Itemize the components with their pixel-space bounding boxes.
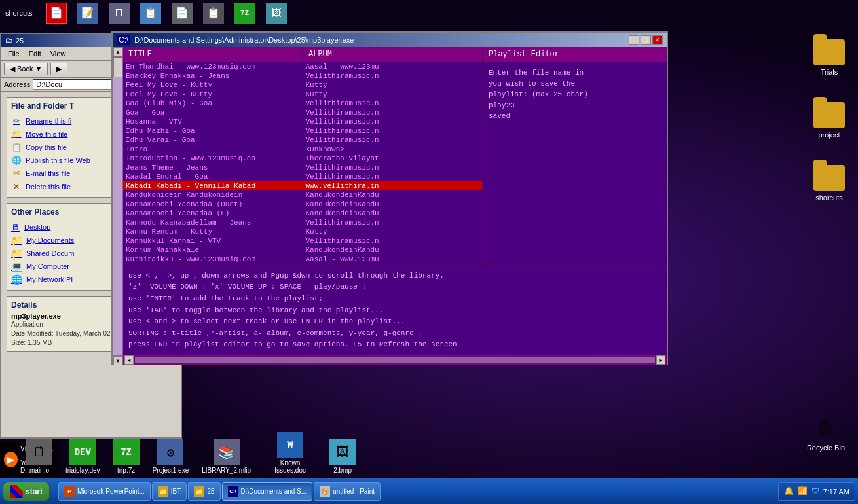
taskbar-divider-1 [54,482,54,501]
taskbar-item-25[interactable]: 📁 25 [188,482,220,501]
paint-icon: 🎨 [320,486,330,497]
explorer-title: 25 [16,37,24,45]
cmd-icon: C:\ [117,35,130,45]
top-icon-file3[interactable]: 📄 [172,3,193,24]
col-playlist-header: Playlist Editor [483,47,667,62]
track-row[interactable]: Jeans Theme - Jeans Vellithiramusic.n [123,163,482,172]
bottom-icon-trip[interactable]: 7Z trip.7z [113,439,140,474]
desktop-label: Desktop [24,223,50,231]
mp3-header: TITLE ALBUM Playlist Editor [123,47,667,62]
track-row[interactable]: Enakkey Ennakkaa - Jeans Vellithiramusic… [123,71,482,81]
top-icon-text[interactable]: 🗒 [109,3,130,24]
bottom-icon-known-issues[interactable]: W Known Issues.doc [264,432,316,474]
system-tray: 🔔 📶 🛡 7:17 AM [778,482,855,501]
mp3-scrollbar[interactable]: ▲ ▼ [113,47,123,365]
bottom-icon-bmp[interactable]: 🖼 2.bmp [329,439,356,474]
trials-folder-icon [813,39,845,65]
top-icon-image[interactable]: 🖼 [266,3,287,24]
mp3-body: En Thandhai - www.123musiq.com Aasal - w… [123,62,667,265]
desktop-folder-shorcuts[interactable]: shorcuts [813,165,845,202]
address-label: Address [4,81,30,88]
instruction-3: use 'ENTER' to add the track to the play… [128,293,662,305]
tray-icon-security[interactable]: 🛡 [811,486,819,496]
track-row[interactable]: En Thandhai - www.123musiq.com Aasal - w… [123,62,482,71]
taskbar-item-paint[interactable]: 🎨 untitled - Paint [314,482,381,501]
track-row[interactable]: Goa - Goa Vellithiramusic.n [123,108,482,117]
instruction-4: use 'TAB' to toggle between the library … [128,305,662,317]
mp3player-titlebar: C:\ D:\Documents and Settings\Administra… [113,33,667,47]
folder-icon-ibt: 📁 [158,486,168,497]
mp3player-maximize-btn[interactable]: □ [641,35,651,45]
desktop-icon: 🖥 [11,222,20,232]
track-row[interactable]: Konjum Mainakkale KandukondeinKandu [123,245,482,255]
track-row[interactable]: Hosanna - VTV Vellithiramusic.n [123,117,482,126]
known-issues-label: Known Issues.doc [264,459,316,474]
menu-edit[interactable]: Edit [25,48,45,59]
track-row[interactable]: Feel My Love - Kutty Kutty [123,90,482,99]
mp3player-title: D:\Documents and Settings\Administrator\… [134,36,354,44]
start-button[interactable]: start [3,482,50,501]
bottom-icons-bar: 🗒 main.o DEV trialplay.dev 7Z trip.7z ⚙ … [0,429,858,477]
publish-icon: 🌐 [11,155,22,166]
top-icon-doc[interactable]: 📝 [77,3,98,24]
track-row[interactable]: Idhu Varai - Goa Vellithiramusic.n [123,135,482,145]
trialplay-label: trialplay.dev [65,467,100,474]
top-icon-acrobat[interactable]: 📄 [46,3,67,24]
instruction-1: use <-, ->, up , down arrows and Pgup &d… [128,270,662,282]
menu-view[interactable]: View [47,48,70,59]
scrollbar-thumb[interactable] [113,58,122,77]
track-row[interactable]: Kannamoochi Yaenadaa (Duet) Kandukondein… [123,200,482,209]
track-row[interactable]: Introduction - www.123musiq.co Theeratha… [123,154,482,163]
top-icon-file4[interactable]: 📋 [203,3,224,24]
taskbar-item-powerpoint[interactable]: P Microsoft PowerPoint... [58,482,151,501]
bottom-icon-main[interactable]: 🗒 main.o [26,439,52,474]
bottom-icon-trialplay[interactable]: DEV trialplay.dev [65,439,100,474]
track-row[interactable]: Idhu Mazhi - Goa Vellithiramusic.n [123,126,482,135]
track-row[interactable]: Kannodu Kaanabadellam - Jeans Vellithira… [123,218,482,227]
forward-button[interactable]: ▶ [50,63,67,75]
taskbar-item-ibt[interactable]: 📁 IBT [152,482,187,501]
desktop-folder-trials[interactable]: Trials [813,39,845,76]
instruction-7: press END in playlist editor to go to sa… [128,339,662,351]
track-row-highlighted[interactable]: Kabadi Kabadi - Vennilla Kabad www.velli… [123,181,482,190]
taskbar-item-cmd[interactable]: C:\ D:\Documents and S... [222,482,313,501]
horizontal-scrollbar[interactable]: ◀ ▶ [123,355,667,365]
back-button[interactable]: ◀ Back ▼ [4,63,48,75]
track-row[interactable]: Feel My Love - Kutty Kutty [123,81,482,90]
top-icon-7z[interactable]: 7Z [234,3,255,24]
track-row[interactable]: Kuthiraikku - www.123musiq.com Aasal - w… [123,255,482,264]
track-row[interactable]: Goa (Club Mix) - Goa Vellithiramusic.n [123,99,482,108]
copy-icon: 📋 [11,142,22,153]
main-file-icon: 🗒 [26,439,52,465]
shared-docs-label: Shared Docum [26,249,74,257]
top-icon-file2[interactable]: 📋 [140,3,161,24]
menu-file[interactable]: File [4,48,24,59]
desktop-folder-project[interactable]: project [813,102,845,139]
bottom-icon-library[interactable]: 📚 LIBRARY_2.mlib [202,439,251,474]
track-row[interactable]: Kannukkul Kannai - VTV Vellithiramusic.n [123,236,482,245]
my-computer-icon: 💻 [11,261,22,272]
tray-icon-network[interactable]: 📶 [798,486,808,496]
mp3player-close-btn[interactable]: ✕ [652,35,663,45]
track-row[interactable]: Kaadal Endral - Goa Vellithiramusic.n [123,172,482,181]
track-row[interactable]: Kannu Rendum - Kutty Kutty [123,227,482,236]
bottom-icon-project[interactable]: ⚙ Project1.exe [153,439,189,474]
network-label: My Network Pl [26,276,73,283]
track-row[interactable]: Intro <Unknown> [123,145,482,154]
track-row[interactable]: Kannamoochi Yaenadaa (F) KandukondeinKan… [123,209,482,218]
rename-label: Rename this fi [26,117,71,125]
mp3player-minimize-btn[interactable]: _ [629,35,639,45]
delete-icon: ✕ [11,181,22,192]
playlist-panel: Enter the file name in you wish to save … [483,62,667,265]
scrollbar-track[interactable] [113,58,122,355]
trials-label: Trials [821,68,838,76]
track-row[interactable]: Kandukonidein Kandukonidein Kandukondein… [123,190,482,200]
windows-logo [10,485,23,498]
move-label: Move this file [26,130,67,138]
mp3-instructions: use <-, ->, up , down arrows and Pgup &d… [123,265,667,355]
playlist-text: Enter the file name in you wish to save … [489,67,662,122]
start-label: start [26,487,43,496]
col-title-header: TITLE [123,47,303,62]
explorer-title-icon: 🗂 [5,36,13,45]
tray-icon-1[interactable]: 🔔 [784,486,794,496]
